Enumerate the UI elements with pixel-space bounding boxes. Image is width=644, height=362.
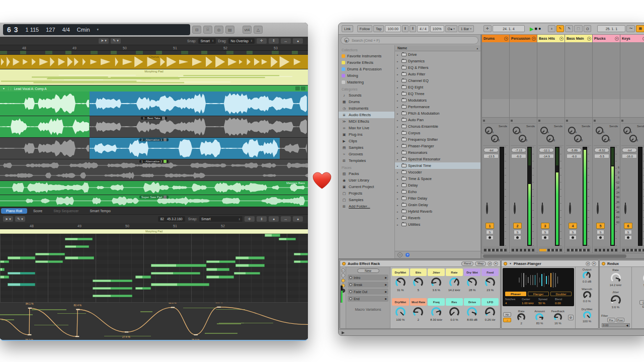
link-button[interactable]: Link <box>342 25 353 32</box>
midi-note[interactable] <box>93 280 133 283</box>
loop-start-display[interactable]: 25. 1. 1 <box>597 25 625 32</box>
track-activator-button[interactable]: 1 <box>486 223 494 229</box>
pan-knob[interactable] <box>541 205 543 214</box>
volume-display[interactable]: -Inf <box>484 148 499 152</box>
clip-slot[interactable] <box>510 43 537 49</box>
map-button[interactable]: Map <box>475 261 486 266</box>
remove-variation-icon[interactable]: − <box>341 274 345 278</box>
device-view-side-strip[interactable] <box>339 259 339 329</box>
crossfade-section[interactable] <box>483 247 508 253</box>
device-header[interactable]: Redux <box>600 260 644 267</box>
device-on-toggle[interactable] <box>504 262 507 265</box>
category-item[interactable]: ♪ Sounds <box>339 92 394 99</box>
clip-slot[interactable] <box>510 92 537 99</box>
hot-swap-icon[interactable]: ⇄ <box>586 261 590 266</box>
snap-menu[interactable]: Smart⇕ <box>199 216 243 222</box>
macro-value[interactable]: 100 % <box>396 318 405 321</box>
place-item[interactable]: ▢ Samples <box>339 197 394 203</box>
midi-note[interactable] <box>0 268 5 271</box>
midi-note[interactable] <box>8 283 35 286</box>
stop-clips-icon[interactable] <box>566 120 568 122</box>
zoom-slider-2[interactable]: ● <box>293 216 303 222</box>
category-item[interactable]: ▦ Drums <box>339 99 394 105</box>
device-on-toggle[interactable] <box>602 262 605 265</box>
horizontal-zoom-icon[interactable]: ↔ <box>281 216 291 222</box>
volume-display[interactable]: -Inf <box>622 148 637 152</box>
draw-mode-icon[interactable]: 〜 <box>626 25 635 32</box>
track-activator-button[interactable]: 6 <box>624 223 632 229</box>
vertical-zoom-icon[interactable]: ⇕ <box>269 38 279 44</box>
clip-launch-icon[interactable] <box>537 92 543 99</box>
variation-row[interactable]: Intro ▶ <box>348 275 388 281</box>
io-section[interactable]: 1 32 <box>566 118 591 124</box>
clip-slot[interactable] <box>482 57 509 63</box>
track-activator-button[interactable]: 5 <box>596 223 605 229</box>
macro-knob[interactable] <box>485 278 495 288</box>
editor-tab[interactable]: Smart Tempo <box>85 208 116 214</box>
midi-note[interactable] <box>8 256 35 259</box>
browser-item[interactable]: ▸ Dynamics <box>395 58 480 64</box>
clip-slot[interactable] <box>593 43 620 49</box>
clip-slot[interactable] <box>565 50 592 56</box>
filter-pre-button[interactable]: Pre <box>607 318 615 322</box>
send-a-knob[interactable]: A <box>485 127 493 134</box>
disclosure-arrow-icon[interactable]: ▸ <box>397 158 400 161</box>
place-item[interactable]: ▧ Packs <box>339 170 394 177</box>
track-chorus[interactable]: Chorus <box>0 55 308 69</box>
disclosure-arrow-icon[interactable]: ▸ <box>397 112 400 115</box>
clip-launch-icon[interactable] <box>620 43 626 49</box>
phaser-param[interactable]: Blend0.00 <box>555 298 572 305</box>
stop-clips-icon[interactable] <box>538 120 540 122</box>
stop-clips-icon[interactable] <box>594 120 596 122</box>
disclosure-arrow-icon[interactable]: ▸ <box>397 125 400 128</box>
take-folder-buttons[interactable] <box>295 86 305 90</box>
clip-launch-icon[interactable] <box>565 57 571 63</box>
midi-note[interactable] <box>93 295 133 298</box>
clip-launch-icon[interactable] <box>593 50 598 56</box>
clip-slot[interactable] <box>537 92 565 99</box>
disclosure-arrow-icon[interactable]: ▸ <box>397 119 400 122</box>
browser-item[interactable]: ▸ Frequency Shifter <box>395 136 480 143</box>
horizontal-zoom-icon[interactable]: ↔ <box>281 38 291 44</box>
macro-knob[interactable] <box>467 278 477 288</box>
empty-slot-area[interactable] <box>482 99 509 117</box>
track-menu-icon[interactable]: ▾ <box>504 37 508 41</box>
arm-button[interactable] <box>624 235 632 240</box>
track-activator-button[interactable]: 2 <box>513 223 522 229</box>
clip-slot[interactable] <box>620 85 644 92</box>
clip-launch-icon[interactable] <box>620 64 626 70</box>
macro-value[interactable]: 0.0 % <box>450 318 458 321</box>
follow-button[interactable]: Follow <box>357 25 372 32</box>
clip-slot[interactable] <box>565 64 592 70</box>
new-scene-button[interactable]: + <box>548 25 555 32</box>
track-super-saw-pad[interactable]: Super Saw Pad <box>0 195 308 207</box>
category-item[interactable]: ◷ Instruments <box>339 105 394 112</box>
browser-item[interactable]: ▸ EQ & Filters <box>395 64 480 71</box>
solo-button[interactable]: S <box>597 230 604 234</box>
clip-launch-icon[interactable] <box>482 50 488 56</box>
browser-item[interactable]: ▸ EQ Eight <box>395 84 480 90</box>
browser-item[interactable]: ▸ Spectral Resonator <box>395 156 480 162</box>
record-button[interactable]: ● <box>538 26 541 31</box>
computer-midi-keyboard-icon[interactable]: ▦ <box>636 25 644 32</box>
disclosure-arrow-icon[interactable]: ▸ <box>397 210 400 213</box>
macro-value[interactable]: 0.26 Hz <box>485 318 496 321</box>
browser-item[interactable]: ▸ Channel EQ <box>395 77 480 84</box>
disclosure-arrow-icon[interactable]: ▸ <box>397 66 400 69</box>
variation-row[interactable]: End ▶ <box>348 296 388 302</box>
take-folder-header[interactable]: ▼ ⋮⋮ Lead Vocal A: Comp A <box>0 85 308 92</box>
clip-slot[interactable] <box>593 85 620 92</box>
io-section[interactable]: 1 32 <box>538 118 564 124</box>
clip-slot[interactable] <box>565 85 592 92</box>
track-header[interactable]: Bass Hits ▾ <box>537 35 565 42</box>
macro-led[interactable] <box>341 279 345 283</box>
midi-note[interactable] <box>65 238 93 241</box>
solo-button[interactable]: S <box>514 230 521 234</box>
pencil-tool-button[interactable]: ✎ ▾ <box>111 38 121 44</box>
re-enable-automation-button[interactable]: ✎ <box>565 25 573 32</box>
clip-launch-icon[interactable] <box>537 50 543 56</box>
browser-item[interactable]: ▸ Chorus-Ensemble <box>395 123 480 130</box>
launch-variation-icon[interactable]: ▶ <box>385 290 387 293</box>
clip-launch-icon[interactable] <box>510 64 515 70</box>
scrollbar-thumb[interactable] <box>483 254 626 258</box>
